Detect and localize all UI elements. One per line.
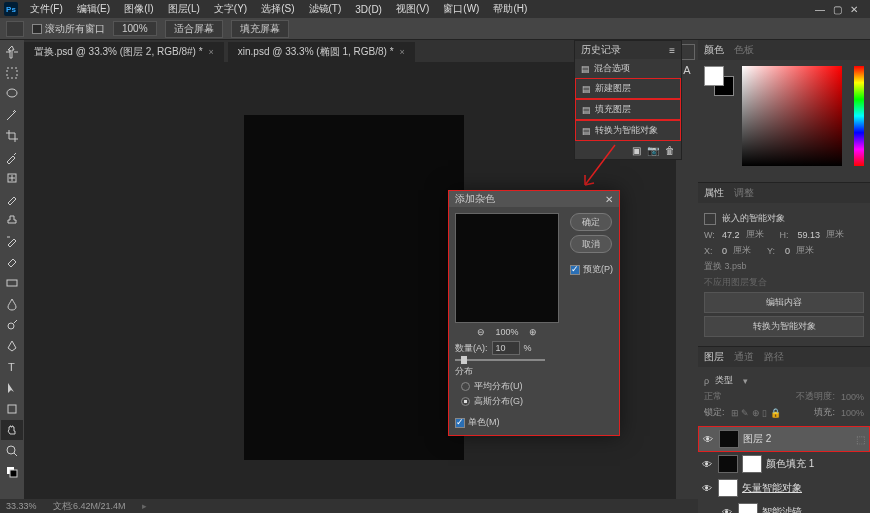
wand-tool[interactable] — [1, 105, 23, 125]
visibility-toggle[interactable]: 👁 — [702, 459, 714, 470]
layer-item-colorfill[interactable]: 👁 颜色填充 1 — [698, 452, 870, 476]
swatches-tab[interactable]: 色板 — [734, 43, 754, 57]
uniform-radio[interactable]: 平均分布(U) — [461, 380, 613, 393]
menu-help[interactable]: 帮助(H) — [487, 0, 533, 18]
amount-input[interactable] — [492, 341, 520, 355]
stamp-tool[interactable] — [1, 210, 23, 230]
tab-1-close[interactable]: × — [209, 47, 214, 57]
layer-item-smartfilter[interactable]: 👁 智能滤镜 — [698, 500, 870, 513]
zoom-tool[interactable] — [1, 441, 23, 461]
blend-mode[interactable]: 正常 — [704, 390, 722, 403]
fill-value[interactable]: 100% — [841, 408, 864, 418]
menu-view[interactable]: 视图(V) — [390, 0, 435, 18]
canvas[interactable] — [244, 115, 464, 460]
color-tab[interactable]: 颜色 — [704, 43, 724, 57]
camera-icon[interactable]: 📷 — [647, 145, 659, 156]
x-value[interactable]: 0 — [722, 246, 727, 256]
gaussian-radio[interactable]: 高斯分布(G) — [461, 395, 613, 408]
visibility-toggle[interactable]: 👁 — [702, 483, 714, 494]
w-value[interactable]: 47.2 — [722, 230, 740, 240]
tab-2[interactable]: xin.psd @ 33.3% (椭圆 1, RGB/8) * × — [228, 42, 415, 62]
new-snapshot-icon[interactable]: ▣ — [632, 145, 641, 156]
channels-tab[interactable]: 通道 — [734, 350, 754, 364]
eyedropper-tool[interactable] — [1, 147, 23, 167]
panel-menu-icon[interactable]: ≡ — [669, 45, 675, 56]
menu-filter[interactable]: 滤镜(T) — [303, 0, 348, 18]
color-swatches[interactable] — [704, 66, 736, 98]
kind-value[interactable]: 类型 — [715, 374, 733, 387]
menu-layer[interactable]: 图层(L) — [162, 0, 206, 18]
zoom-100-button[interactable]: 100% — [113, 21, 157, 36]
opacity-value[interactable]: 100% — [841, 392, 864, 402]
menu-window[interactable]: 窗口(W) — [437, 0, 485, 18]
layer-item-vector[interactable]: 👁 矢量智能对象 — [698, 476, 870, 500]
layers-tab[interactable]: 图层 — [704, 350, 724, 364]
char-icon[interactable]: A — [683, 64, 690, 76]
layer-item-2[interactable]: 👁 图层 2 ⬚ — [698, 426, 870, 452]
menu-image[interactable]: 图像(I) — [118, 0, 159, 18]
dodge-tool[interactable] — [1, 315, 23, 335]
color-picker[interactable] — [742, 66, 864, 176]
menu-file[interactable]: 文件(F) — [24, 0, 69, 18]
status-zoom[interactable]: 33.33% — [6, 501, 37, 511]
cancel-button[interactable]: 取消 — [570, 235, 612, 253]
foreground-color[interactable] — [704, 66, 724, 86]
tab-2-close[interactable]: × — [400, 47, 405, 57]
h-value[interactable]: 59.13 — [798, 230, 821, 240]
monochromatic-checkbox[interactable]: 单色(M) — [455, 416, 613, 429]
close-button[interactable]: ✕ — [850, 4, 858, 15]
eraser-tool[interactable] — [1, 252, 23, 272]
maximize-button[interactable]: ▢ — [833, 4, 842, 15]
menu-type[interactable]: 文字(Y) — [208, 0, 253, 18]
path-select-tool[interactable] — [1, 378, 23, 398]
fit-screen-button[interactable]: 适合屏幕 — [165, 20, 223, 38]
history-item[interactable]: ▤新建图层 — [575, 78, 681, 99]
y-value[interactable]: 0 — [785, 246, 790, 256]
hand-tool[interactable] — [1, 420, 23, 440]
minimize-button[interactable]: — — [815, 4, 825, 15]
visibility-toggle[interactable]: 👁 — [722, 507, 734, 514]
menu-3d[interactable]: 3D(D) — [349, 2, 388, 17]
app-logo: Ps — [4, 2, 18, 16]
history-item[interactable]: ▤转换为智能对象 — [575, 120, 681, 141]
adjustments-tab[interactable]: 调整 — [734, 186, 754, 200]
color-swatches-tool[interactable] — [1, 462, 23, 482]
svg-point-7 — [7, 446, 15, 454]
move-tool[interactable] — [1, 42, 23, 62]
ok-button[interactable]: 确定 — [570, 213, 612, 231]
blur-tool[interactable] — [1, 294, 23, 314]
type-tool[interactable]: T — [1, 357, 23, 377]
shape-tool[interactable] — [1, 399, 23, 419]
fill-screen-button[interactable]: 填充屏幕 — [231, 20, 289, 38]
visibility-toggle[interactable]: 👁 — [703, 434, 715, 445]
smart-object-icon — [704, 213, 716, 225]
svg-rect-9 — [10, 470, 17, 477]
history-brush-tool[interactable] — [1, 231, 23, 251]
history-item[interactable]: ▤混合选项 — [575, 59, 681, 78]
convert-button[interactable]: 转换为智能对象 — [704, 316, 864, 337]
brush-tool[interactable] — [1, 189, 23, 209]
crop-tool[interactable] — [1, 126, 23, 146]
gradient-tool[interactable] — [1, 273, 23, 293]
history-item[interactable]: ▤填充图层 — [575, 99, 681, 120]
lasso-tool[interactable] — [1, 84, 23, 104]
delete-history-icon[interactable]: 🗑 — [665, 145, 675, 156]
h-label: H: — [780, 230, 792, 240]
edit-content-button[interactable]: 编辑内容 — [704, 292, 864, 313]
tab-1[interactable]: 置换.psd @ 33.3% (图层 2, RGB/8#) * × — [24, 42, 224, 62]
marquee-tool[interactable] — [1, 63, 23, 83]
menu-edit[interactable]: 编辑(E) — [71, 0, 116, 18]
hand-tool-icon[interactable] — [6, 21, 24, 37]
scroll-all-checkbox[interactable]: 滚动所有窗口 — [32, 22, 105, 36]
dialog-close-button[interactable]: ✕ — [605, 194, 613, 205]
healing-tool[interactable] — [1, 168, 23, 188]
menu-select[interactable]: 选择(S) — [255, 0, 300, 18]
properties-tab[interactable]: 属性 — [704, 186, 724, 200]
paths-tab[interactable]: 路径 — [764, 350, 784, 364]
zoom-out-icon[interactable]: ⊖ — [477, 327, 485, 337]
preview-checkbox[interactable]: 预览(P) — [570, 263, 613, 276]
zoom-in-icon[interactable]: ⊕ — [529, 327, 537, 337]
amount-slider[interactable] — [455, 359, 545, 361]
pen-tool[interactable] — [1, 336, 23, 356]
hue-slider[interactable] — [854, 66, 864, 166]
